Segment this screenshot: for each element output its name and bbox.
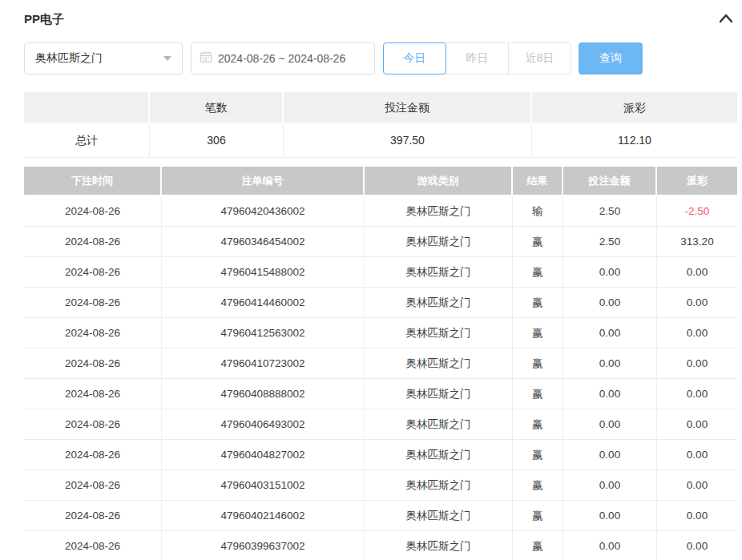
bet-date-cell: 2024-08-26 <box>24 288 162 318</box>
table-row: 2024-08-26 47960412563002 奥林匹斯之门 赢 0.00 … <box>24 318 737 348</box>
result-cell: 赢 <box>513 440 563 470</box>
bet-id-cell: 47960410723002 <box>162 348 365 379</box>
last-8-days-button[interactable]: 近8日 <box>508 42 571 75</box>
bet-id-cell: 47960399637002 <box>162 531 365 560</box>
header-bet-amount: 投注金额 <box>563 167 657 195</box>
yesterday-button[interactable]: 昨日 <box>446 42 509 75</box>
bet-date-cell: 2024-08-26 <box>24 257 162 288</box>
table-row: 2024-08-26 47960406493002 奥林匹斯之门 赢 0.00 … <box>24 409 737 440</box>
summary-header-payout: 派彩 <box>532 92 737 123</box>
game-type-cell: 奥林匹斯之门 <box>365 531 513 560</box>
bet-date-cell: 2024-08-26 <box>24 501 162 531</box>
payout-cell: 0.00 <box>657 379 737 409</box>
bet-date-cell: 2024-08-26 <box>24 196 162 227</box>
bet-id-cell: 47960408888002 <box>162 379 365 409</box>
bet-id-cell: 47960346454002 <box>162 227 365 257</box>
payout-cell: 0.00 <box>657 409 737 440</box>
bets-table-header-row: 下注时间 注单编号 游戏类别 结果 投注金额 派彩 <box>24 167 737 195</box>
game-type-cell: 奥林匹斯之门 <box>365 409 513 440</box>
bets-table: 下注时间 注单编号 游戏类别 结果 投注金额 派彩 2024-08-26 479… <box>24 167 737 560</box>
bet-amount-cell: 0.00 <box>563 440 657 470</box>
result-cell: 赢 <box>513 379 563 409</box>
result-cell: 赢 <box>513 348 563 379</box>
summary-header-count: 笔数 <box>150 92 284 123</box>
pp-electronic-panel: PP电子 奥林匹斯之门 <box>0 11 742 560</box>
bet-amount-cell: 0.00 <box>563 348 657 379</box>
payout-cell: 0.00 <box>657 440 737 470</box>
bet-id-cell: 47960404827002 <box>162 440 365 470</box>
bet-amount-cell: 0.00 <box>563 470 657 501</box>
result-cell: 输 <box>513 196 563 227</box>
game-type-cell: 奥林匹斯之门 <box>365 501 513 531</box>
header-bet-id: 注单编号 <box>162 167 365 195</box>
bet-amount-cell: 2.50 <box>563 227 657 257</box>
collapse-panel-button[interactable] <box>718 11 734 27</box>
bet-id-cell: 47960415488002 <box>162 257 365 288</box>
bet-date-cell: 2024-08-26 <box>24 318 162 348</box>
calendar-icon <box>200 50 212 66</box>
today-button[interactable]: 今日 <box>383 42 446 75</box>
bet-id-cell: 47960406493002 <box>162 409 365 440</box>
result-cell: 赢 <box>513 318 563 348</box>
game-type-cell: 奥林匹斯之门 <box>365 440 513 470</box>
summary-header-row: 笔数 投注金额 派彩 <box>24 92 737 123</box>
summary-total-row: 总计 306 397.50 112.10 <box>24 123 737 158</box>
game-type-cell: 奥林匹斯之门 <box>365 196 513 227</box>
bet-date-cell: 2024-08-26 <box>24 440 162 470</box>
header-game-type: 游戏类别 <box>365 167 513 195</box>
result-cell: 赢 <box>513 227 563 257</box>
table-row: 2024-08-26 47960415488002 奥林匹斯之门 赢 0.00 … <box>24 257 737 288</box>
bet-date-cell: 2024-08-26 <box>24 409 162 440</box>
payout-cell: 0.00 <box>657 501 737 531</box>
table-row: 2024-08-26 47960399637002 奥林匹斯之门 赢 0.00 … <box>24 531 737 560</box>
table-row: 2024-08-26 47960346454002 奥林匹斯之门 赢 2.50 … <box>24 227 737 257</box>
bet-amount-cell: 0.00 <box>563 409 657 440</box>
quick-date-button-group: 今日 昨日 近8日 <box>383 42 571 75</box>
result-cell: 赢 <box>513 409 563 440</box>
payout-cell: 0.00 <box>657 470 737 501</box>
summary-header-bet-amount: 投注金额 <box>284 92 532 123</box>
payout-cell: 0.00 <box>657 318 737 348</box>
bet-id-cell: 47960412563002 <box>162 318 365 348</box>
table-row: 2024-08-26 47960420436002 奥林匹斯之门 输 2.50 … <box>24 196 737 227</box>
caret-down-icon <box>163 56 171 61</box>
search-button[interactable]: 查询 <box>579 42 643 75</box>
bet-date-cell: 2024-08-26 <box>24 470 162 501</box>
table-row: 2024-08-26 47960403151002 奥林匹斯之门 赢 0.00 … <box>24 470 737 501</box>
summary-total-bet-amount: 397.50 <box>284 124 532 158</box>
result-cell: 赢 <box>513 288 563 318</box>
payout-cell: 0.00 <box>657 531 737 560</box>
bet-amount-cell: 0.00 <box>563 379 657 409</box>
game-select[interactable]: 奥林匹斯之门 <box>24 42 183 75</box>
date-range-input[interactable]: 2024-08-26 ~ 2024-08-26 <box>191 42 375 75</box>
bet-id-cell: 47960420436002 <box>162 196 365 227</box>
result-cell: 赢 <box>513 531 563 560</box>
header-result: 结果 <box>513 167 563 195</box>
chevron-up-icon <box>719 14 733 26</box>
summary-table: 笔数 投注金额 派彩 总计 306 397.50 112.10 <box>24 92 737 158</box>
game-type-cell: 奥林匹斯之门 <box>365 257 513 288</box>
bet-amount-cell: 0.00 <box>563 318 657 348</box>
bet-amount-cell: 0.00 <box>563 531 657 560</box>
date-range-value: 2024-08-26 ~ 2024-08-26 <box>218 52 345 65</box>
table-row: 2024-08-26 47960410723002 奥林匹斯之门 赢 0.00 … <box>24 348 737 379</box>
bet-amount-cell: 0.00 <box>563 501 657 531</box>
game-type-cell: 奥林匹斯之门 <box>365 318 513 348</box>
bet-date-cell: 2024-08-26 <box>24 379 162 409</box>
summary-header-empty <box>24 92 150 123</box>
summary-total-count: 306 <box>150 124 284 158</box>
bet-date-cell: 2024-08-26 <box>24 227 162 257</box>
header-payout: 派彩 <box>657 167 737 195</box>
table-row: 2024-08-26 47960404827002 奥林匹斯之门 赢 0.00 … <box>24 440 737 470</box>
bet-date-cell: 2024-08-26 <box>24 348 162 379</box>
header-bet-time: 下注时间 <box>24 167 162 195</box>
summary-total-label: 总计 <box>24 124 150 158</box>
result-cell: 赢 <box>513 257 563 288</box>
game-type-cell: 奥林匹斯之门 <box>365 379 513 409</box>
game-type-cell: 奥林匹斯之门 <box>365 470 513 501</box>
summary-total-payout: 112.10 <box>532 124 737 158</box>
bet-id-cell: 47960414460002 <box>162 288 365 318</box>
bet-id-cell: 47960402146002 <box>162 501 365 531</box>
game-type-cell: 奥林匹斯之门 <box>365 227 513 257</box>
game-type-cell: 奥林匹斯之门 <box>365 348 513 379</box>
